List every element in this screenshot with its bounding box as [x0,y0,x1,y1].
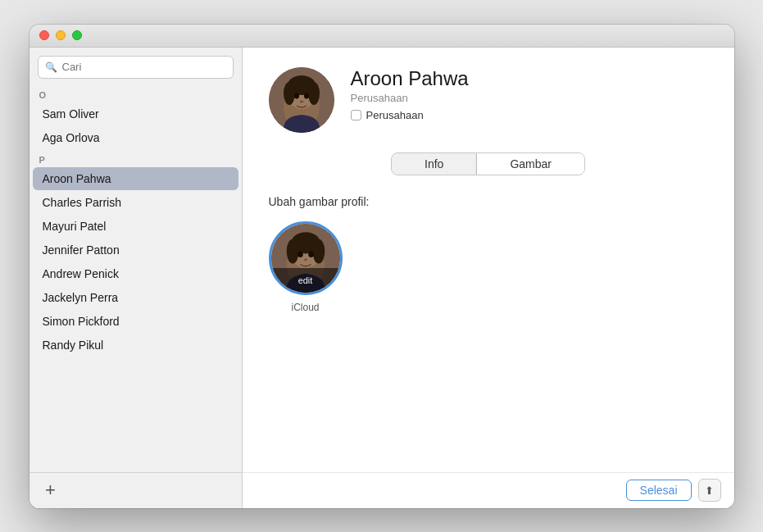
contact-item-jackelyn-perra[interactable]: Jackelyn Perra [33,286,238,309]
avatar [269,67,334,133]
minimize-button[interactable] [56,30,66,40]
svg-point-17 [303,258,307,261]
svg-point-13 [286,239,298,263]
gambar-panel: Ubah gambar profil: [243,182,734,472]
contact-item-aga-orlova[interactable]: Aga Orlova [33,126,238,149]
tab-gambar[interactable]: Gambar [477,153,584,175]
done-button[interactable]: Selesai [626,480,692,501]
company-checkbox-row: Perusahaan [351,109,708,121]
icloud-label: iCloud [291,302,319,313]
edit-overlay: edit [271,268,340,293]
svg-point-14 [312,239,325,263]
title-bar [30,25,734,48]
profile-image-container: edit iCloud [269,221,343,313]
contact-info: Aroon Pahwa Perusahaan Perusahaan [351,67,708,121]
tab-info[interactable]: Info [392,153,476,175]
section-header-p: P [30,150,242,166]
search-box[interactable]: 🔍 [38,56,234,79]
close-button[interactable] [39,30,49,40]
share-icon: ⬆ [705,484,714,497]
search-icon: 🔍 [45,61,57,73]
svg-point-4 [284,82,295,105]
svg-point-8 [299,100,303,102]
svg-point-5 [308,82,320,105]
avatar-container [269,67,334,133]
contact-company-label: Perusahaan [351,92,708,104]
window-body: 🔍 O Sam Oliver Aga Orlova P Aroon Pahwa … [30,48,734,508]
svg-point-6 [294,93,299,98]
contact-item-andrew-penick[interactable]: Andrew Penick [33,262,238,285]
contact-item-simon-pickford[interactable]: Simon Pickford [33,310,238,333]
profile-image-edit[interactable]: edit [269,221,343,295]
svg-point-7 [304,93,309,98]
company-checkbox-label: Perusahaan [366,109,424,121]
panel-label: Ubah gambar profil: [269,195,708,208]
share-button[interactable]: ⬆ [698,479,721,502]
contact-item-charles-parrish[interactable]: Charles Parrish [33,191,238,214]
section-header-o: O [30,85,242,102]
svg-point-15 [297,251,303,257]
contact-item-aroon-pahwa[interactable]: Aroon Pahwa [33,167,238,190]
contact-item-sam-oliver[interactable]: Sam Oliver [33,102,238,125]
contact-name: Aroon Pahwa [351,67,708,90]
tabs-container: Info Gambar [243,146,734,182]
contacts-window: 🔍 O Sam Oliver Aga Orlova P Aroon Pahwa … [30,25,734,508]
traffic-lights [39,30,82,40]
search-input[interactable] [62,61,226,73]
maximize-button[interactable] [72,30,82,40]
svg-point-16 [308,251,314,257]
main-content: Aroon Pahwa Perusahaan Perusahaan Info G… [243,48,734,508]
contact-header: Aroon Pahwa Perusahaan Perusahaan [243,48,734,146]
main-footer: Selesai ⬆ [243,472,734,508]
avatar-image [269,67,334,133]
sidebar-footer: + [30,472,242,508]
add-contact-button[interactable]: + [39,479,62,502]
search-container: 🔍 [30,48,242,85]
contact-item-jennifer-patton[interactable]: Jennifer Patton [33,239,238,261]
tabs-group: Info Gambar [391,152,585,175]
sidebar: 🔍 O Sam Oliver Aga Orlova P Aroon Pahwa … [30,48,243,508]
contact-item-mayuri-patel[interactable]: Mayuri Patel [33,215,238,238]
contact-list: O Sam Oliver Aga Orlova P Aroon Pahwa Ch… [30,85,242,472]
contact-item-randy-pikul[interactable]: Randy Pikul [33,334,238,357]
company-checkbox[interactable] [351,110,361,120]
